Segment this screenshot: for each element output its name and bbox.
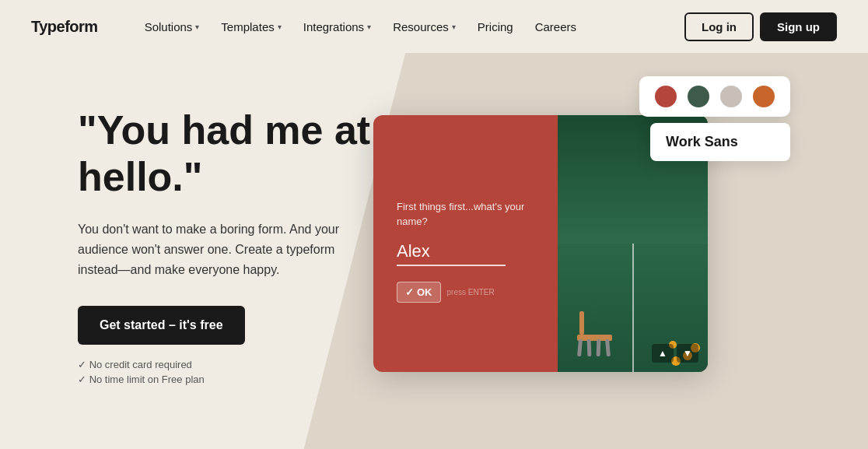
form-content: First things first...what's your name? A… [373,115,558,372]
chair-leg-2 [586,339,591,356]
hero-right: Work Sans First things first...what's yo… [420,76,837,84]
chair-back [579,311,584,335]
color-swatch-orange[interactable] [753,86,775,107]
font-picker-popup[interactable]: Work Sans [650,123,790,161]
chair [573,302,620,356]
chair-leg-3 [596,339,600,356]
color-swatch-rust[interactable] [655,86,677,107]
chevron-down-icon: ▾ [195,23,199,31]
navbar: Typeform Solutions ▾ Templates ▾ Integra… [0,0,868,53]
hero-note-2: No time limit on Free plan [78,374,420,385]
signup-button[interactable]: Sign up [760,12,837,41]
form-answer[interactable]: Alex [397,241,506,266]
color-picker [639,76,790,117]
ui-popup-area: Work Sans [639,76,790,161]
ok-checkmark-icon: ✓ [405,286,414,298]
login-button[interactable]: Log in [684,12,754,41]
chair-leg-1 [577,339,583,356]
hero-note-1: No credit card required [78,359,420,370]
form-nav-arrows: ▲ ▼ [652,344,698,363]
nav-solutions[interactable]: Solutions ▾ [135,14,209,40]
form-question: First things first...what's your name? [397,200,534,228]
nav-up-arrow[interactable]: ▲ [652,344,674,363]
color-swatch-gray[interactable] [720,86,742,107]
nav-down-arrow[interactable]: ▼ [677,344,698,363]
chevron-down-icon: ▾ [367,23,371,31]
hero-notes: No credit card required No time limit on… [78,359,420,385]
nav-careers[interactable]: Careers [526,14,586,40]
enter-hint: press press ENTER ENTER [447,287,495,296]
hero-section: "You had me at hello." You don't want to… [0,53,868,449]
hero-subtext: You don't want to make a boring form. An… [78,219,366,281]
ok-button[interactable]: ✓ OK [397,282,441,303]
nav-links: Solutions ▾ Templates ▾ Integrations ▾ R… [135,14,684,40]
nav-resources[interactable]: Resources ▾ [383,14,465,40]
nav-actions: Log in Sign up [684,12,837,41]
nav-templates[interactable]: Templates ▾ [212,14,290,40]
chair-leg-4 [605,339,611,356]
chevron-down-icon: ▾ [278,23,282,31]
hero-left: "You had me at hello." You don't want to… [78,76,420,385]
nav-pricing[interactable]: Pricing [468,14,523,40]
nav-integrations[interactable]: Integrations ▾ [294,14,380,40]
color-swatch-green[interactable] [688,86,709,107]
cta-button[interactable]: Get started – it's free [78,306,245,345]
form-ok-area: ✓ OK press press ENTER ENTER [397,282,534,303]
brand-logo[interactable]: Typeform [31,18,98,36]
hero-headline: "You had me at hello." [78,107,420,201]
chevron-down-icon: ▾ [452,23,456,31]
